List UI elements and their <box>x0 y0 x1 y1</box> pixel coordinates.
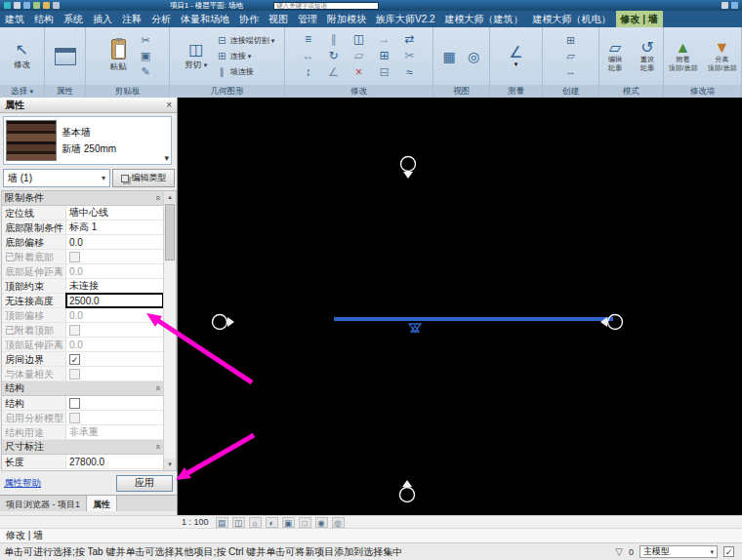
checkbox-checked[interactable]: ✓ <box>69 354 80 365</box>
split-icon[interactable]: ✂ <box>397 48 423 64</box>
tab-view[interactable]: 视图 <box>264 11 293 27</box>
copy-tool-icon[interactable]: ⇄ <box>397 31 423 48</box>
elevation-marker-south[interactable] <box>400 480 415 502</box>
cut-joins-button[interactable]: ⊟ 连接端切割 ▾ <box>216 33 275 48</box>
scroll-down-icon[interactable]: ▾ <box>164 459 176 470</box>
cut-geometry-button[interactable]: ◫ 剪切 ▾ <box>180 30 213 83</box>
edit-type-button[interactable]: 编辑类型 <box>112 169 175 187</box>
edit-profile-button[interactable]: ▱ 编辑轮廓 <box>600 30 630 83</box>
elevation-marker-north[interactable] <box>401 157 416 180</box>
paste-button[interactable]: 粘贴 <box>102 30 135 83</box>
help-icon[interactable] <box>731 2 738 9</box>
tab-addins[interactable]: 附加模块 <box>322 11 371 27</box>
chevron-down-icon[interactable]: ▾ <box>164 153 169 163</box>
property-row-length[interactable]: 长度27800.0 <box>2 455 163 469</box>
panel-name-measure[interactable]: 测量 <box>490 85 542 98</box>
reset-profile-button[interactable]: ↺ 重设轮廓 <box>633 30 662 83</box>
mirror-icon[interactable]: ◫ <box>347 31 372 48</box>
collapse-chevron-icon[interactable]: « <box>152 385 162 390</box>
collapse-chevron-icon[interactable]: « <box>152 444 162 449</box>
instance-filter-combo[interactable]: 墙 (1) ▾ <box>3 169 110 187</box>
properties-button[interactable] <box>49 30 82 83</box>
tab-insert[interactable]: 插入 <box>88 11 117 27</box>
close-icon[interactable]: × <box>166 100 172 110</box>
property-row-room-bounding[interactable]: 房间边界✓ <box>2 352 163 367</box>
app-menu-icon[interactable] <box>4 2 11 9</box>
trim-icon[interactable]: ↕ <box>296 64 321 81</box>
tab-family-master[interactable]: 族库大师V2.2 <box>371 11 440 27</box>
unpin-icon[interactable]: ⊟ <box>372 64 397 81</box>
panel-name-create[interactable]: 创建 <box>543 85 598 98</box>
tab-massing-site[interactable]: 体量和场地 <box>176 11 234 27</box>
drawing-canvas[interactable] <box>178 98 742 515</box>
checkbox[interactable] <box>69 398 80 409</box>
temporary-hide-isolate-icon[interactable]: ◉ <box>315 517 328 528</box>
sun-path-icon[interactable]: ☼ <box>249 517 262 528</box>
rotate-icon[interactable]: ↻ <box>321 48 347 64</box>
hidden-elements-icon[interactable]: ◎ <box>463 49 484 64</box>
crop-region-visibility-icon[interactable]: □ <box>299 517 311 528</box>
scale-icon[interactable]: ▱ <box>347 48 372 64</box>
reveal-hidden-elements-icon[interactable]: ◎ <box>332 517 345 528</box>
panel-name-modify-wall[interactable]: 修改墙 <box>664 85 741 98</box>
thin-lines-icon[interactable]: ▦ <box>438 49 460 64</box>
section-dimensions[interactable]: 尺寸标注« <box>2 440 163 455</box>
scroll-thumb[interactable] <box>165 204 175 260</box>
properties-help-link[interactable]: 属性帮助 <box>4 477 41 490</box>
type-selector[interactable]: 基本墙 新墙 250mm ▾ <box>3 116 172 165</box>
view-scale[interactable]: 1 : 100 <box>182 517 209 527</box>
tab-collaborate[interactable]: 协作 <box>234 11 264 27</box>
match-type-icon[interactable]: ✎ <box>138 64 153 79</box>
apply-button[interactable]: 应用 <box>116 475 173 492</box>
tab-project-browser[interactable]: 项目浏览器 - 项目1 <box>0 496 87 511</box>
delete-icon[interactable]: × <box>347 64 372 81</box>
wall-flip-control[interactable] <box>409 324 421 332</box>
sign-in-icon[interactable] <box>721 2 728 9</box>
panel-name-modify[interactable]: 修改 <box>285 85 433 98</box>
copy-icon[interactable]: ▣ <box>138 49 153 63</box>
array-icon[interactable]: ⊞ <box>372 48 397 64</box>
property-row-base-constraint[interactable]: 底部限制条件标高 1 <box>2 220 163 235</box>
extend-icon[interactable]: ↔ <box>296 48 321 64</box>
tab-structure[interactable]: 结构 <box>29 11 59 27</box>
editable-only-checkbox[interactable]: ✓ <box>723 546 734 557</box>
cut-icon[interactable]: ✂ <box>138 33 153 48</box>
tab-properties[interactable]: 属性 <box>87 496 117 511</box>
tab-modeling-master-mep[interactable]: 建模大师（机电） <box>528 11 616 27</box>
property-row-location-line[interactable]: 定位线墙中心线 <box>2 206 163 220</box>
section-constraints[interactable]: 限制条件« <box>2 191 163 206</box>
match-properties-icon[interactable]: ≈ <box>397 64 423 81</box>
panel-name-properties[interactable]: 属性 <box>45 85 85 98</box>
pin-icon[interactable]: ∠ <box>321 64 347 81</box>
tab-modify-wall[interactable]: 修改 | 墙 <box>616 11 663 27</box>
measure-button[interactable]: ∠ ▾ <box>500 30 533 83</box>
wall-joins-button[interactable]: ∥ 墙连接 <box>216 64 275 79</box>
crop-view-icon[interactable]: ▣ <box>282 517 295 528</box>
design-option-select[interactable]: 主模型 ▾ <box>639 545 718 558</box>
detach-top-base-button[interactable]: ▼ 分离顶部/底部 <box>704 30 740 83</box>
tab-analyze[interactable]: 分析 <box>146 11 176 27</box>
measure-qat-icon[interactable] <box>53 2 60 9</box>
property-row-unconnected-height[interactable]: 无连接高度2500.0 <box>2 294 163 308</box>
property-row-top-constraint[interactable]: 顶部约束未连接 <box>2 279 163 294</box>
create-dimension-icon[interactable]: ↔ <box>563 64 579 79</box>
tab-manage[interactable]: 管理 <box>293 11 322 27</box>
create-group-icon[interactable]: ⊞ <box>563 33 579 48</box>
elevation-marker-west[interactable] <box>213 315 235 330</box>
undo-icon[interactable] <box>23 2 30 9</box>
move-icon[interactable]: → <box>372 31 397 48</box>
unconnected-height-field[interactable]: 2500.0 <box>66 294 163 307</box>
elevation-marker-east[interactable] <box>600 315 623 330</box>
panel-name-geometry[interactable]: 几何图形 <box>170 85 284 98</box>
scrollbar[interactable]: ▴ ▾ <box>163 191 176 470</box>
tab-systems[interactable]: 系统 <box>59 11 88 27</box>
panel-name-select[interactable]: 选择 ▾ <box>0 85 44 98</box>
tab-architecture[interactable]: 建筑 <box>0 11 29 27</box>
panel-name-mode[interactable]: 模式 <box>599 85 663 98</box>
visual-style-icon[interactable]: ◫ <box>232 517 245 528</box>
redo-icon[interactable] <box>33 2 40 9</box>
align-icon[interactable]: ≡ <box>296 31 321 48</box>
search-input[interactable] <box>273 2 379 10</box>
detail-level-icon[interactable]: ▤ <box>216 517 228 528</box>
scroll-up-icon[interactable]: ▴ <box>164 191 176 203</box>
